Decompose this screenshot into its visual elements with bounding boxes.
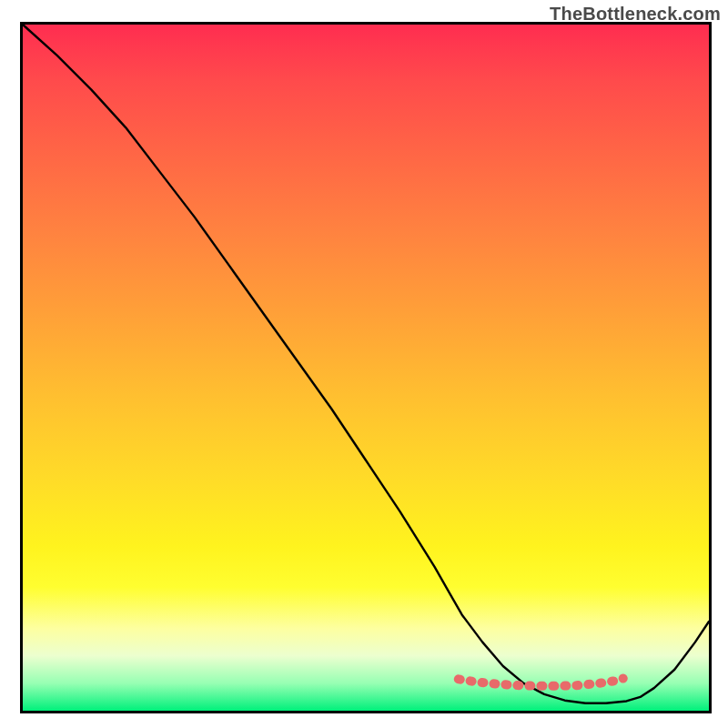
chart-canvas: TheBottleneck.com: [0, 0, 728, 728]
curve-layer: [23, 25, 709, 711]
bottleneck-curve: [23, 25, 709, 703]
plot-area: [20, 22, 712, 713]
highlight-band: [459, 679, 623, 686]
